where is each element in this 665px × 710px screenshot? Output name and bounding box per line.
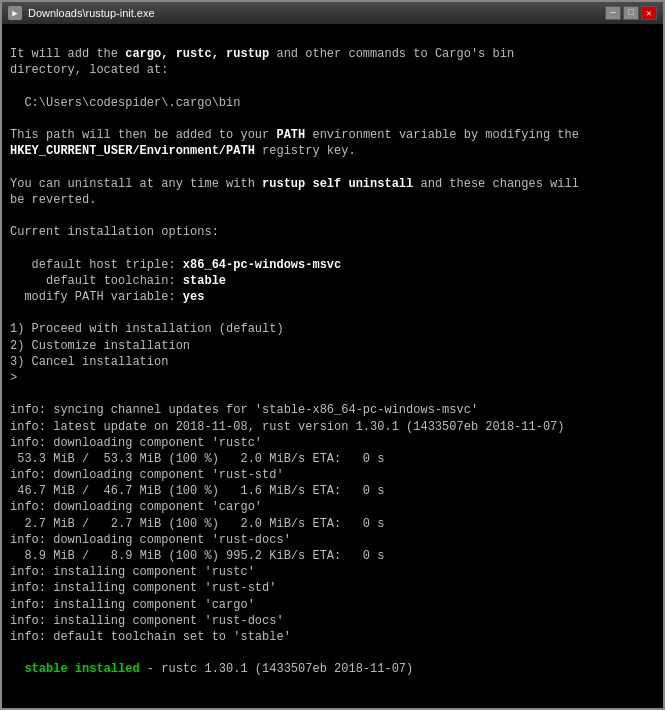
- path-keyword: PATH: [276, 128, 305, 142]
- window: ▶ Downloads\rustup-init.exe — □ ✕ It wil…: [0, 0, 665, 710]
- info-sync: info: syncing channel updates for 'stabl…: [10, 403, 565, 644]
- stable-installed: stable installed: [24, 662, 139, 676]
- titlebar-buttons: — □ ✕: [605, 6, 657, 20]
- close-button[interactable]: ✕: [641, 6, 657, 20]
- modify-path: yes: [183, 290, 205, 304]
- maximize-button[interactable]: □: [623, 6, 639, 20]
- titlebar: ▶ Downloads\rustup-init.exe — □ ✕: [2, 2, 663, 24]
- titlebar-left: ▶ Downloads\rustup-init.exe: [8, 6, 155, 20]
- uninstall-cmd: rustup self uninstall: [262, 177, 413, 191]
- window-title: Downloads\rustup-init.exe: [28, 7, 155, 19]
- cargo-text: cargo, rustc, rustup: [125, 47, 269, 61]
- terminal-output: It will add the cargo, rustc, rustup and…: [2, 24, 663, 708]
- minimize-button[interactable]: —: [605, 6, 621, 20]
- toolchain: stable: [183, 274, 226, 288]
- app-icon: ▶: [8, 6, 22, 20]
- host-triple: x86_64-pc-windows-msvc: [183, 258, 341, 272]
- registry-key: HKEY_CURRENT_USER/Environment/PATH: [10, 144, 255, 158]
